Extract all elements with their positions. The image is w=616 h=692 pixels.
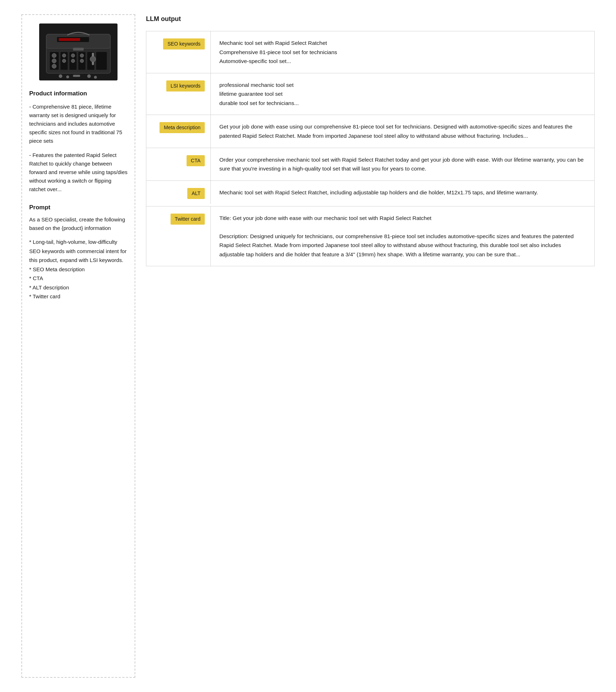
product-image bbox=[39, 23, 118, 80]
product-info-section: Product information - Comprehensive 81 p… bbox=[29, 89, 127, 199]
output-row: SEO keywordsMechanic tool set with Rapid… bbox=[146, 31, 595, 73]
badge-cell: SEO keywords bbox=[146, 31, 210, 57]
output-badge: CTA bbox=[187, 155, 205, 166]
svg-rect-22 bbox=[59, 38, 80, 41]
badge-cell: CTA bbox=[146, 148, 210, 173]
svg-point-10 bbox=[52, 53, 56, 58]
svg-point-18 bbox=[80, 59, 84, 63]
badge-cell: Twitter card bbox=[146, 206, 210, 232]
svg-rect-9 bbox=[96, 52, 107, 70]
output-row: LSI keywordsprofessional mechanic tool s… bbox=[146, 73, 595, 115]
product-image-area bbox=[29, 23, 127, 80]
prompt-section: Prompt As a SEO specialist, create the f… bbox=[29, 203, 127, 301]
svg-point-16 bbox=[71, 59, 75, 63]
output-badge: ALT bbox=[187, 188, 205, 199]
prompt-item-2: * CTA bbox=[29, 274, 127, 283]
output-content: professional mechanic tool setlifetime g… bbox=[210, 73, 594, 115]
badge-cell: Meta description bbox=[146, 115, 210, 140]
prompt-item-4: * Twitter card bbox=[29, 292, 127, 301]
right-panel: LLM output SEO keywordsMechanic tool set… bbox=[146, 14, 595, 678]
svg-point-14 bbox=[62, 59, 66, 63]
output-row: Twitter cardTitle: Get your job done wit… bbox=[146, 206, 595, 267]
svg-point-12 bbox=[52, 64, 56, 68]
badge-cell: ALT bbox=[146, 181, 210, 206]
prompt-item-3: * ALT description bbox=[29, 283, 127, 292]
llm-output-title: LLM output bbox=[146, 14, 595, 24]
svg-rect-25 bbox=[73, 75, 80, 77]
svg-rect-3 bbox=[73, 48, 84, 51]
svg-point-20 bbox=[90, 56, 96, 62]
output-badge: Meta description bbox=[160, 122, 205, 133]
output-content: Mechanic tool set with Rapid Select Ratc… bbox=[210, 181, 594, 204]
prompt-item-1: * SEO Meta description bbox=[29, 265, 127, 274]
left-panel: Product information - Comprehensive 81 p… bbox=[21, 14, 135, 678]
svg-point-11 bbox=[52, 59, 56, 63]
prompt-item-0: * Long-tail, high-volume, low-difficulty… bbox=[29, 237, 127, 265]
svg-point-15 bbox=[71, 54, 75, 57]
product-info-title: Product information bbox=[29, 89, 127, 98]
prompt-intro: As a SEO specialist, create the followin… bbox=[29, 215, 127, 232]
prompt-title: Prompt bbox=[29, 203, 127, 212]
output-rows: SEO keywordsMechanic tool set with Rapid… bbox=[146, 31, 595, 266]
output-badge: Twitter card bbox=[171, 214, 205, 225]
output-badge: SEO keywords bbox=[163, 38, 205, 49]
output-content: Title: Get your job done with ease with … bbox=[210, 206, 594, 266]
svg-point-27 bbox=[94, 76, 97, 79]
svg-point-13 bbox=[62, 54, 66, 57]
output-row: CTAOrder your comprehensive mechanic too… bbox=[146, 148, 595, 181]
output-content: Order your comprehensive mechanic tool s… bbox=[210, 148, 594, 180]
svg-point-23 bbox=[59, 74, 62, 78]
svg-point-17 bbox=[80, 54, 84, 57]
prompt-items-list: * Long-tail, high-volume, low-difficulty… bbox=[29, 237, 127, 301]
output-row: Meta descriptionGet your job done with e… bbox=[146, 115, 595, 148]
output-row: ALTMechanic tool set with Rapid Select R… bbox=[146, 180, 595, 206]
output-content: Get your job done with ease using our co… bbox=[210, 115, 594, 147]
svg-point-24 bbox=[66, 75, 69, 78]
product-info-para-2: - Features the patented Rapid Select Rat… bbox=[29, 151, 127, 194]
output-badge: LSI keywords bbox=[166, 80, 205, 91]
svg-point-26 bbox=[87, 74, 91, 78]
output-content: Mechanic tool set with Rapid Select Ratc… bbox=[210, 31, 594, 73]
badge-cell: LSI keywords bbox=[146, 73, 210, 99]
product-info-para-1: - Comprehensive 81 piece, lifetime warra… bbox=[29, 103, 127, 145]
